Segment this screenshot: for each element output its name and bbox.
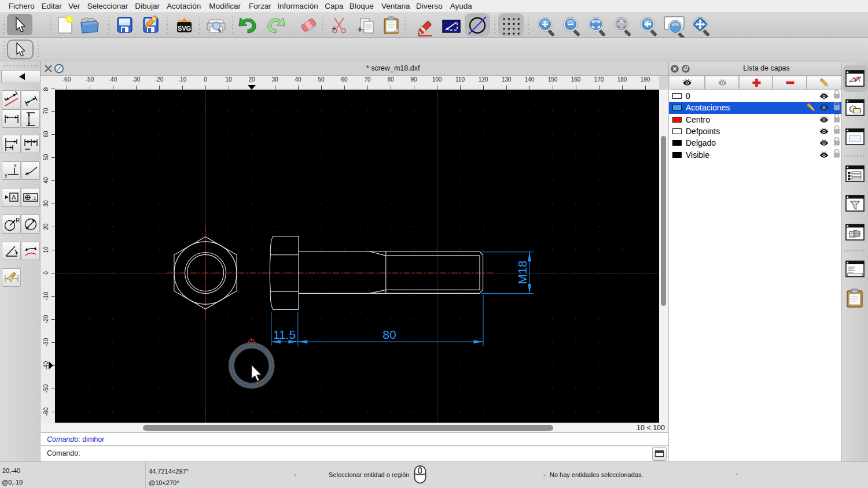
svg-text:y: y: [5, 172, 8, 178]
svg-text:80: 80: [382, 328, 396, 341]
svg-text:SVG: SVG: [178, 25, 191, 32]
svg-text:M18: M18: [516, 261, 529, 284]
svg-text:.1: .1: [32, 195, 36, 201]
svg-text:R: R: [16, 217, 20, 224]
svg-text:A: A: [12, 194, 16, 201]
svg-text:x: x: [14, 162, 17, 168]
svg-text:11.5: 11.5: [273, 328, 296, 341]
